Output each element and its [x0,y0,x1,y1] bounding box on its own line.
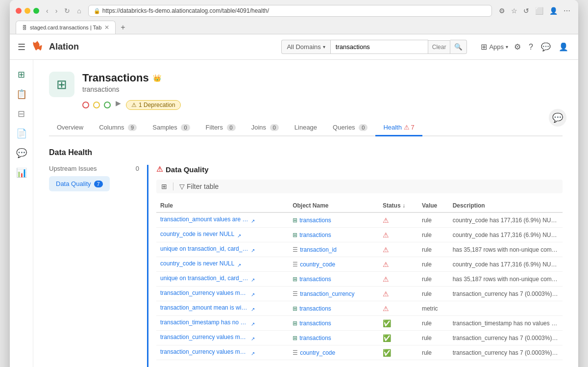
rule-link[interactable]: transaction_timestamp has no values fro.… [160,319,248,326]
columns-toggle-button[interactable]: ⊞ [161,183,167,190]
menu-button[interactable]: ⋯ [562,6,572,16]
rule-cell: transaction_currency values match regex.… [156,345,289,360]
object-link[interactable]: transactions [299,217,331,224]
rule-link[interactable]: transaction_amount values are within th.… [160,216,248,223]
domain-select[interactable]: All Domains ▾ [281,40,330,54]
tab-filters[interactable]: Filters 0 [198,120,244,136]
value-cell: rule [418,345,449,360]
object-link[interactable]: transactions [299,232,331,238]
active-tab[interactable]: 🗄 staged.card.transactions | Tab ✕ [16,21,116,34]
sidebar-icon-catalog[interactable]: ⊞ [13,66,30,83]
profile-button[interactable]: 👤 [547,6,560,16]
back-button[interactable]: ‹ [44,6,50,16]
rule-link[interactable]: transaction_currency values match regex.… [160,334,248,341]
rule-link[interactable]: unique on transaction_id, card_number a.… [160,245,248,252]
page-subtitle: transactions [82,85,181,93]
rule-cell: unique on transaction_id, card_number a.… [156,242,289,257]
traffic-light-green[interactable] [33,8,39,14]
table-type-icon: ⊞ [293,320,297,327]
traffic-light-yellow[interactable] [24,8,30,14]
search-submit-button[interactable]: 🔍 [450,40,467,54]
object-link[interactable]: country_code [300,261,335,268]
rule-link[interactable]: transaction_currency values match regex.… [160,289,248,296]
object-link[interactable]: transaction_id [300,246,337,253]
help-button[interactable]: ? [527,41,535,53]
forward-button[interactable]: › [53,6,60,16]
rule-link[interactable]: unique on transaction_id, card_number a.… [160,275,248,282]
tab-overview[interactable]: Overview [49,120,91,136]
object-link[interactable]: transactions [299,335,331,341]
data-health-section: Data Health Upstream Issues 0 Data Quali… [49,148,563,367]
rule-cell: country_code is never NULL ↗ [156,228,289,242]
sidebar-icon-grid[interactable]: ⊟ [13,105,30,123]
description-cell: transaction_currency has 7 (0.0003%) rec [449,345,563,360]
settings-button[interactable]: ⚙ [512,40,523,53]
object-link[interactable]: transactions [299,320,331,327]
filter-table-button[interactable]: ▽ Filter table [179,183,219,190]
bookmark-button[interactable]: ☆ [509,6,519,16]
status-cell: ⚠ [379,287,418,301]
tab-joins[interactable]: Joins 0 [244,120,287,136]
address-bar[interactable]: 🔒 https://databricks-fs-demo.alationcata… [88,5,492,17]
rule-link[interactable]: transaction_amount mean is within a pre.… [160,304,248,311]
description-cell: country_code has 177,316 (6.9%) NULL va [449,212,563,228]
table-type-icon: ⊞ [293,305,297,312]
extensions-button[interactable]: ⚙ [497,6,507,16]
tab-title: staged.card.transactions | Tab [30,25,101,30]
sidebar-icon-chat[interactable]: 💬 [13,144,30,162]
samples-badge: 0 [181,124,190,131]
new-tab-button[interactable]: + [117,21,129,34]
search-clear-button[interactable]: Clear [428,40,451,54]
object-link[interactable]: country_code [300,349,335,356]
sidebar-toggle[interactable]: ⬜ [533,6,545,16]
object-name: ☰ transaction_currency [293,290,375,297]
status-cell: ⚠ [379,242,418,257]
tab-favicon: 🗄 [22,25,27,30]
tab-columns[interactable]: Columns 9 [91,120,145,136]
object-link[interactable]: transactions [299,276,331,283]
col-status[interactable]: Status ↓ [379,199,418,212]
object-name: ☰ country_code [293,349,375,356]
health-warning-icon: ⚠ [404,124,410,131]
rule-link[interactable]: transaction_currency values match regex.… [160,348,248,355]
ext-link-icon: ↗ [251,218,255,224]
tab-health[interactable]: Health ⚠ 7 [375,120,422,136]
value-cell: rule [418,287,449,301]
deprecation-badge[interactable]: ⚠ 1 Deprecation [126,100,181,110]
object-cell: ⊞ transactions [289,228,379,242]
search-input[interactable] [330,40,428,54]
object-name: ⊞ transactions [293,335,375,341]
home-button[interactable]: ⌂ [75,6,83,16]
reload-button[interactable]: ↺ [521,6,531,16]
rule-link[interactable]: country_code is never NULL [160,260,234,267]
tab-queries[interactable]: Queries 0 [325,120,375,136]
tab-samples[interactable]: Samples 0 [145,120,197,136]
status-dot-green [104,102,111,108]
main-content: 💬 ⊞ Transactions 👑 transactions [33,60,578,367]
rule-cell: transaction_amount values are within th.… [156,212,289,228]
header-info: Transactions 👑 transactions ▶ [82,72,181,110]
description-cell: transaction_currency has 7 (0.0003%) rec [449,331,563,345]
user-profile-button[interactable]: 👤 [557,40,570,53]
rule-link[interactable]: country_code is never NULL [160,231,234,237]
tab-lineage[interactable]: Lineage [287,120,325,136]
rule-cell: transaction_amount mean is within a pre.… [156,301,289,316]
refresh-button[interactable]: ↻ [62,6,72,16]
apps-button[interactable]: ⊞ Apps ▾ [481,42,508,52]
dots-expand-button[interactable]: ▶ [116,99,121,107]
comment-bubble[interactable]: 💬 [549,109,566,127]
sidebar-icon-book[interactable]: 📋 [13,85,30,103]
table-type-icon: ⊞ [293,276,297,283]
column-type-icon: ☰ [293,261,298,268]
notifications-button[interactable]: 💬 [539,40,553,53]
sidebar-icon-chart[interactable]: 📊 [13,164,30,182]
data-quality-filter-button[interactable]: Data Quality 7 [49,176,110,191]
traffic-light-red[interactable] [16,8,22,14]
status-dots [82,102,111,108]
object-link[interactable]: transactions [299,305,331,312]
object-link[interactable]: transaction_currency [300,290,354,297]
sidebar-icon-document[interactable]: 📄 [13,125,30,142]
hamburger-menu[interactable]: ☰ [18,42,25,52]
tab-close-button[interactable]: ✕ [104,24,109,31]
status-cell: ✅ [379,331,418,345]
